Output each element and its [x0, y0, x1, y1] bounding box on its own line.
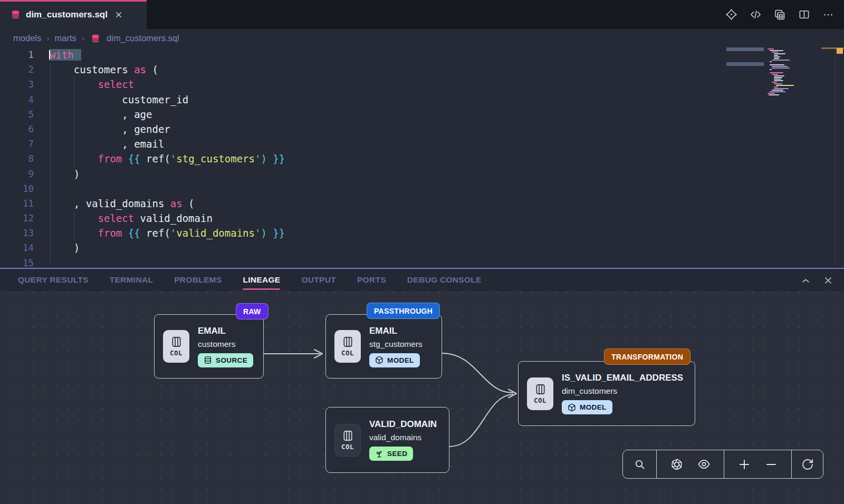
- minimap-line: [772, 74, 778, 75]
- code-line[interactable]: customer_id: [50, 92, 285, 107]
- node-info: EMAILcustomersSOURCE: [198, 326, 253, 367]
- minimap-line: [774, 88, 789, 89]
- column-icon-tile: COL: [334, 330, 361, 363]
- collapse-panel-icon[interactable]: [800, 275, 811, 286]
- code-line[interactable]: from {{ ref('stg_customers') }}: [50, 151, 285, 166]
- code-line[interactable]: , age: [50, 107, 285, 122]
- seedling-icon: [375, 450, 383, 458]
- code-line[interactable]: [50, 181, 285, 196]
- code-line[interactable]: , gender: [50, 122, 285, 137]
- zoom-in-icon[interactable]: [737, 458, 751, 471]
- text-selection: with: [50, 49, 81, 61]
- minimap-line: [770, 50, 783, 51]
- column-icon-tile: COL: [527, 377, 553, 410]
- tab-query-results[interactable]: QUERY RESULTS: [18, 275, 89, 285]
- code-line[interactable]: ): [50, 167, 285, 181]
- close-panel-icon[interactable]: [823, 275, 833, 286]
- column-name: IS_VALID_EMAIL_ADDRESS: [562, 373, 683, 383]
- duplicate-table-icon[interactable]: [773, 8, 786, 21]
- dbt-logo-icon[interactable]: [725, 8, 737, 21]
- minimap-line: [770, 69, 772, 70]
- col-label: COL: [341, 349, 354, 357]
- close-tab-icon[interactable]: [114, 10, 123, 20]
- editor-actions: [725, 0, 835, 29]
- database-icon: [11, 9, 21, 20]
- tab-ports[interactable]: PORTS: [357, 275, 386, 285]
- refresh-icon[interactable]: [801, 458, 814, 471]
- eye-icon[interactable]: [697, 458, 711, 471]
- cube-icon: [375, 356, 383, 364]
- split-editor-icon[interactable]: [798, 8, 810, 21]
- tab-terminal[interactable]: TERMINAL: [110, 275, 153, 285]
- columns-icon: [342, 336, 354, 348]
- minimap-line: [774, 80, 783, 81]
- lineage-node-customers[interactable]: COLEMAILcustomersSOURCE: [154, 314, 264, 379]
- aperture-icon[interactable]: [670, 458, 684, 471]
- lineage-badge-passthrough: PASSTHROUGH: [367, 303, 440, 319]
- minimap-line: [772, 66, 788, 67]
- tab-debug-console[interactable]: DEBUG CONSOLE: [407, 275, 482, 285]
- lineage-canvas[interactable]: RAWCOLEMAILcustomersSOURCEPASSTHROUGHCOL…: [0, 291, 844, 504]
- overview-ruler[interactable]: [835, 47, 836, 266]
- code-line[interactable]: , valid_domains as (: [50, 196, 285, 211]
- code-line[interactable]: select valid_domain: [50, 211, 285, 226]
- more-actions-icon[interactable]: [822, 8, 835, 21]
- minimap-line: [770, 72, 783, 73]
- type-badge-model: MODEL: [369, 353, 420, 367]
- line-number: 4: [0, 92, 34, 107]
- minimap[interactable]: [768, 49, 809, 96]
- breadcrumb: models › marts › dim_customers.sql: [0, 29, 844, 47]
- code-line[interactable]: with: [50, 47, 285, 62]
- code-line[interactable]: from {{ ref('valid_domains') }}: [50, 226, 285, 240]
- zoom-out-icon[interactable]: [764, 458, 778, 471]
- editor-tab-dim-customers[interactable]: dim_customers.sql: [0, 0, 147, 29]
- edge-stg-to-dim: [442, 353, 513, 393]
- line-number: 2: [0, 62, 34, 77]
- columns-icon: [342, 430, 354, 442]
- lineage-badge-raw: RAW: [236, 303, 268, 319]
- code-area[interactable]: with customers as ( select customer_id ,…: [50, 47, 285, 268]
- node-info: VALID_DOMAINvalid_domainsSEED: [369, 419, 437, 461]
- search-icon[interactable]: [633, 458, 647, 471]
- line-number: 6: [0, 122, 34, 137]
- code-icon[interactable]: [749, 8, 762, 21]
- code-line[interactable]: [50, 256, 285, 268]
- code-line[interactable]: customers as (: [50, 62, 285, 77]
- code-editor[interactable]: 123456789101112131415 with customers as …: [0, 47, 844, 268]
- minimap-line: [772, 90, 783, 91]
- breadcrumb-models[interactable]: models: [13, 33, 41, 43]
- minimap-line: [772, 82, 777, 83]
- col-label: COL: [341, 443, 354, 451]
- lineage-badge-transformation: TRANSFORMATION: [604, 348, 690, 365]
- minimap-line: [774, 77, 782, 78]
- minimap-line: [774, 53, 785, 54]
- breadcrumb-marts[interactable]: marts: [55, 33, 76, 43]
- bottom-panel-tabs: QUERY RESULTS TERMINAL PROBLEMS LINEAGE …: [0, 268, 844, 291]
- breadcrumb-file[interactable]: dim_customers.sql: [107, 33, 179, 43]
- overview-ruler-marker: [837, 48, 843, 54]
- panel-actions: [800, 269, 833, 292]
- code-line[interactable]: ): [50, 240, 285, 255]
- tab-lineage[interactable]: LINEAGE: [243, 275, 280, 285]
- model-name: stg_customers: [369, 340, 423, 349]
- tab-output[interactable]: OUTPUT: [301, 275, 336, 285]
- tab-problems[interactable]: PROBLEMS: [174, 275, 222, 285]
- lineage-node-valid_domains[interactable]: COLVALID_DOMAINvalid_domainsSEED: [325, 407, 449, 473]
- minimap-line: [774, 56, 780, 57]
- minimap-line: [776, 85, 794, 86]
- model-name: dim_customers: [562, 386, 683, 396]
- cube-icon: [568, 403, 576, 412]
- code-line[interactable]: select: [50, 77, 285, 92]
- model-name: customers: [198, 340, 253, 349]
- line-number: 12: [0, 211, 34, 226]
- minimap-line: [774, 58, 779, 59]
- lineage-node-dim_customers[interactable]: COLIS_VALID_EMAIL_ADDRESSdim_customersMO…: [518, 361, 695, 426]
- columns-icon: [534, 383, 546, 395]
- column-icon-tile: COL: [334, 424, 361, 457]
- col-label: COL: [170, 349, 183, 357]
- column-name: VALID_DOMAIN: [369, 419, 437, 430]
- code-line[interactable]: , email: [50, 137, 285, 151]
- node-info: EMAILstg_customersMODEL: [369, 326, 423, 367]
- minimap-line: [770, 91, 785, 92]
- lineage-node-stg_customers[interactable]: COLEMAILstg_customersMODEL: [325, 314, 442, 379]
